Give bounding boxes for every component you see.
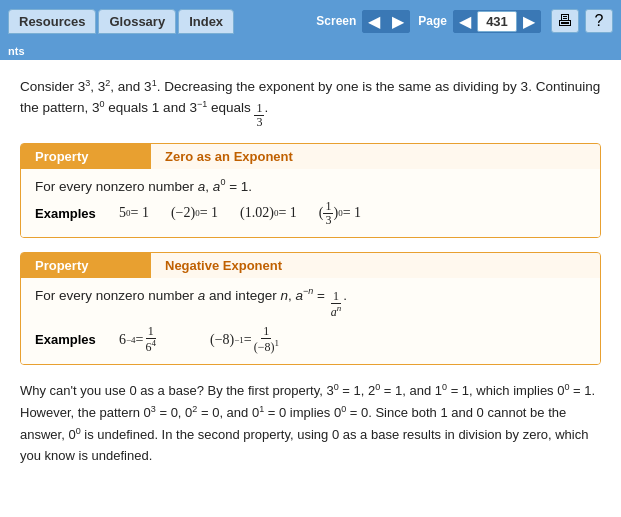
main-content: Consider 33, 32, and 31. Decreasing the … — [0, 60, 621, 477]
help-button[interactable]: ? — [585, 9, 613, 33]
property-body-1: For every nonzero number a, a0 = 1. Exam… — [21, 169, 600, 237]
example-1d: (13)0 = 1 — [319, 200, 361, 227]
property-box-zero-exponent: Property Zero as an Exponent For every n… — [20, 143, 601, 238]
math-examples-2: 6−4 = 164 (−8)−1 = 1(−8)1 — [119, 325, 281, 354]
examples-label-1: Examples — [35, 206, 105, 221]
top-bar: Resources Glossary Index Screen ◀ ▶ Page… — [0, 0, 621, 42]
screen-label: Screen — [316, 14, 356, 28]
page-prev-button[interactable]: ◀ — [453, 10, 477, 33]
page-number: 431 — [477, 11, 517, 32]
examples-row-1: Examples 50 = 1 (−2)0 = 1 (1.02)0 = 1 (1… — [35, 200, 586, 227]
property-header-1: Property Zero as an Exponent — [21, 144, 600, 169]
property-rule-1: For every nonzero number a, a0 = 1. — [35, 177, 586, 194]
resources-tab[interactable]: Resources — [8, 9, 96, 34]
example-1a: 50 = 1 — [119, 205, 149, 221]
property-body-2: For every nonzero number a and integer n… — [21, 278, 600, 364]
intro-paragraph: Consider 33, 32, and 31. Decreasing the … — [20, 76, 601, 129]
bottom-text-content: Why can't you use 0 as a base? By the fi… — [20, 383, 595, 463]
property-box-negative-exponent: Property Negative Exponent For every non… — [20, 252, 601, 365]
math-examples-1: 50 = 1 (−2)0 = 1 (1.02)0 = 1 (13)0 = 1 — [119, 200, 361, 227]
page-nav-group: ◀ 431 ▶ — [453, 10, 541, 33]
bottom-text: Why can't you use 0 as a base? By the fi… — [20, 379, 601, 466]
print-icon: 🖶 — [557, 12, 573, 30]
help-icon: ? — [595, 12, 604, 30]
property-label-1: Property — [21, 144, 151, 169]
print-button[interactable]: 🖶 — [551, 9, 579, 33]
examples-label-2: Examples — [35, 332, 105, 347]
property-title-2: Negative Exponent — [151, 253, 600, 278]
screen-nav-arrows: ◀ ▶ — [362, 10, 410, 33]
property-rule-2: For every nonzero number a and integer n… — [35, 286, 586, 319]
screen-prev-button[interactable]: ◀ — [362, 10, 386, 33]
examples-row-2: Examples 6−4 = 164 (−8)−1 = 1(−8)1 — [35, 325, 586, 354]
glossary-tab[interactable]: Glossary — [98, 9, 176, 34]
sub-bar-text: nts — [8, 45, 25, 57]
intro-line: Consider 33, 32, and 31. Decreasing the … — [20, 79, 600, 115]
sub-bar: nts — [0, 42, 621, 60]
page-next-button[interactable]: ▶ — [517, 10, 541, 33]
property-header-2: Property Negative Exponent — [21, 253, 600, 278]
example-2b: (−8)−1 = 1(−8)1 — [210, 325, 281, 354]
property-title-1: Zero as an Exponent — [151, 144, 600, 169]
index-tab[interactable]: Index — [178, 9, 234, 34]
screen-next-button[interactable]: ▶ — [386, 10, 410, 33]
page-label: Page — [418, 14, 447, 28]
screen-area: Screen ◀ ▶ — [316, 10, 410, 33]
property-label-2: Property — [21, 253, 151, 278]
example-1b: (−2)0 = 1 — [171, 205, 218, 221]
page-area: Page ◀ 431 ▶ — [418, 10, 541, 33]
example-2a: 6−4 = 164 — [119, 325, 158, 354]
top-icons: 🖶 ? — [551, 9, 613, 33]
example-1c: (1.02)0 = 1 — [240, 205, 297, 221]
